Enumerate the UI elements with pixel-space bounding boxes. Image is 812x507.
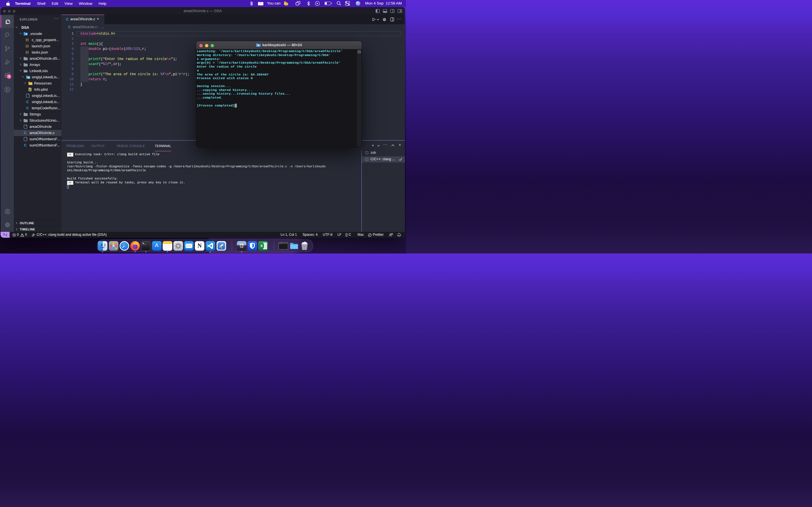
svg-text:<>: <> (29, 89, 31, 91)
